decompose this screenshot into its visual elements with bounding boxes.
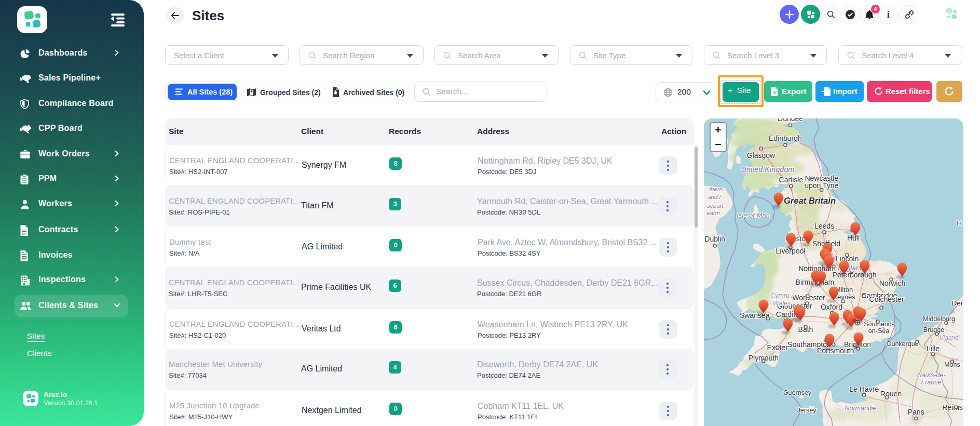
svg-text:Lille: Lille (927, 344, 940, 353)
svg-text:Rouen: Rouen (880, 390, 902, 398)
svg-text:on-Sea: on-Sea (868, 327, 889, 335)
svg-text:Carlisle: Carlisle (779, 176, 804, 184)
svg-text:Reims: Reims (942, 403, 963, 411)
svg-text:United Kingdom: United Kingdom (741, 165, 794, 174)
svg-text:Dublin: Dublin (704, 235, 725, 243)
svg-text:and /: and / (707, 194, 722, 200)
svg-text:Le Havre: Le Havre (849, 385, 879, 393)
svg-text:Paris: Paris (908, 408, 924, 416)
svg-text:sceart: sceart (707, 203, 724, 209)
svg-text:eann: eann (706, 210, 720, 216)
svg-text:Isle of Man: Isle of Man (737, 211, 770, 219)
svg-text:Brugge: Brugge (923, 326, 944, 334)
svg-text:Swansea: Swansea (740, 311, 770, 320)
svg-text:Vlaand: Vlaand (939, 334, 959, 341)
svg-text:Edinburgh: Edinburgh (769, 134, 802, 142)
svg-text:Den: Den (952, 299, 963, 307)
svg-text:Dundee: Dundee (778, 118, 803, 123)
svg-text:H: H (957, 219, 962, 227)
svg-text:Leeds: Leeds (814, 222, 834, 230)
svg-text:Normandie: Normandie (845, 405, 876, 412)
svg-text:Guernsey: Guernsey (783, 389, 812, 396)
svg-text:Jersey: Jersey (797, 407, 817, 414)
svg-text:thern: thern (709, 186, 723, 192)
svg-text:Cymru /: Cymru / (770, 292, 794, 299)
svg-text:Wales: Wales (773, 300, 791, 307)
svg-text:France: France (921, 379, 942, 386)
svg-text:Middelburg: Middelburg (923, 315, 955, 323)
svg-text:x: x (773, 90, 775, 95)
svg-text:Colchester: Colchester (869, 295, 904, 303)
svg-text:Glasgow: Glasgow (747, 151, 775, 159)
svg-text:Great Britain: Great Britain (784, 196, 836, 205)
svg-text:Oxford: Oxford (821, 303, 842, 311)
svg-text:Dunkerque: Dunkerque (887, 340, 918, 348)
svg-text:Hauts-de-: Hauts-de- (917, 371, 946, 379)
